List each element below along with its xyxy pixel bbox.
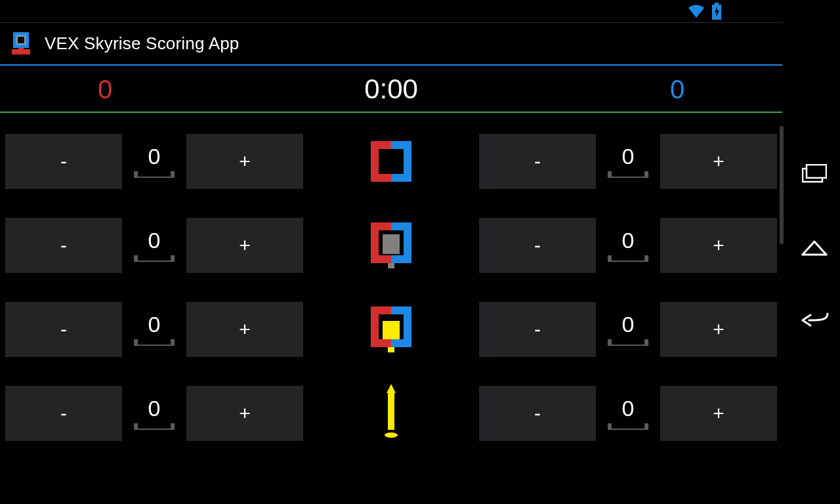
svg-rect-22 xyxy=(807,165,826,178)
blue-minus-button[interactable]: - xyxy=(479,218,596,273)
svg-rect-0 xyxy=(715,3,719,5)
row-cube-gray: - 0 + - xyxy=(0,203,782,287)
blue-score: 0 xyxy=(612,75,743,104)
scoring-grid: - 0 + - 0 xyxy=(0,117,782,455)
red-plus-button[interactable]: + xyxy=(186,302,303,357)
red-minus-button[interactable]: - xyxy=(5,134,122,189)
svg-rect-6 xyxy=(18,48,24,52)
svg-rect-9 xyxy=(379,149,404,174)
row-skyrise: - 0 + - 0 xyxy=(0,371,782,455)
svg-rect-13 xyxy=(383,234,400,254)
recent-apps-icon[interactable] xyxy=(802,164,827,186)
red-minus-button[interactable]: - xyxy=(5,218,122,273)
blue-plus-button[interactable]: + xyxy=(660,386,777,441)
red-minus-button[interactable]: - xyxy=(5,302,122,357)
status-bar xyxy=(0,0,782,22)
svg-rect-4 xyxy=(18,37,24,43)
back-icon[interactable] xyxy=(800,311,829,329)
red-plus-button[interactable]: + xyxy=(186,386,303,441)
app-title: VEX Skyrise Scoring App xyxy=(45,33,240,54)
svg-point-20 xyxy=(385,432,398,438)
blue-minus-button[interactable]: - xyxy=(479,302,596,357)
score-header: 0 0:00 0 xyxy=(0,66,782,112)
red-minus-button[interactable]: - xyxy=(5,386,122,441)
app-icon xyxy=(8,31,34,57)
svg-rect-19 xyxy=(388,347,394,352)
red-count: 0 xyxy=(122,313,186,346)
blue-plus-button[interactable]: + xyxy=(660,218,777,273)
skyrise-icon xyxy=(360,384,423,443)
blue-count: 0 xyxy=(596,313,660,346)
blue-count: 0 xyxy=(596,229,660,262)
cube-gray-icon xyxy=(360,222,423,268)
blue-plus-button[interactable]: + xyxy=(660,134,777,189)
svg-rect-14 xyxy=(388,263,394,268)
row-cube-empty: - 0 + - 0 xyxy=(0,119,782,203)
red-count: 0 xyxy=(122,397,186,430)
blue-count: 0 xyxy=(596,145,660,178)
blue-minus-button[interactable]: - xyxy=(479,386,596,441)
cube-yellow-icon xyxy=(360,306,423,352)
red-score: 0 xyxy=(39,75,171,104)
blue-count: 0 xyxy=(596,397,660,430)
red-plus-button[interactable]: + xyxy=(186,218,303,273)
action-bar: VEX Skyrise Scoring App xyxy=(0,22,782,64)
system-nav-bar xyxy=(789,0,840,504)
row-cube-yellow: - 0 + - xyxy=(0,287,782,371)
red-plus-button[interactable]: + xyxy=(186,134,303,189)
blue-plus-button[interactable]: + xyxy=(660,302,777,357)
blue-minus-button[interactable]: - xyxy=(479,134,596,189)
match-timer[interactable]: 0:00 xyxy=(326,74,457,105)
battery-charging-icon xyxy=(711,3,722,20)
red-count: 0 xyxy=(122,145,186,178)
home-icon[interactable] xyxy=(801,239,828,259)
svg-rect-18 xyxy=(383,321,400,339)
score-divider xyxy=(0,112,782,113)
cube-empty-icon xyxy=(360,141,423,182)
scrollbar-thumb[interactable] xyxy=(780,126,784,244)
red-count: 0 xyxy=(122,229,186,262)
wifi-icon xyxy=(688,5,705,18)
